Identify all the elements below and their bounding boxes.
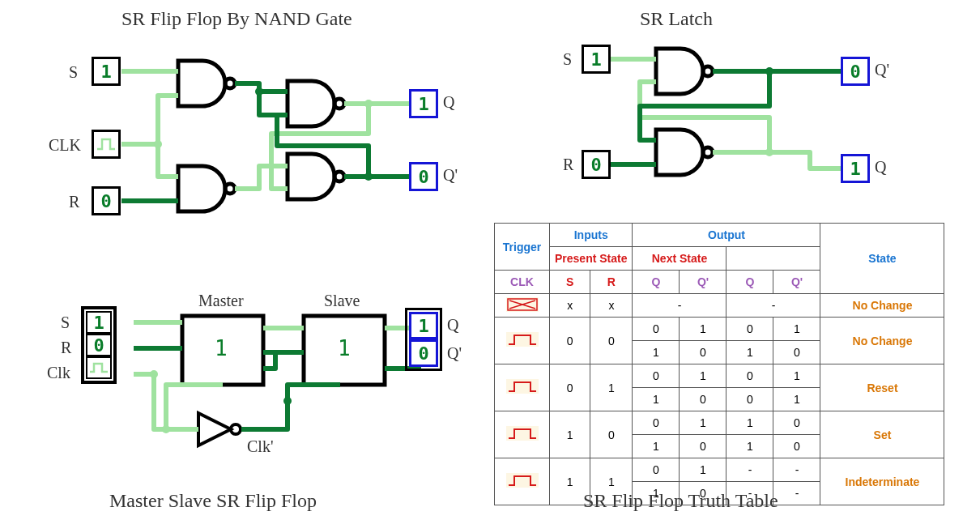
th-output: Output — [633, 224, 820, 247]
table-row: 1101--Indeterminate — [495, 458, 944, 482]
latch-input-r[interactable]: 0 — [582, 150, 611, 179]
clock-none-icon — [506, 297, 539, 312]
ms-output-qb: 0 — [409, 339, 438, 367]
th-s: S — [550, 271, 590, 294]
svg-point-7 — [364, 173, 373, 181]
nand-label-clk: CLK — [49, 136, 81, 155]
latch-label-q: Q — [875, 158, 886, 177]
latch-label-r: R — [563, 156, 573, 174]
svg-point-11 — [765, 148, 773, 156]
ms-label-s: S — [61, 313, 70, 332]
th-inputs: Inputs — [550, 224, 633, 247]
clock-pulse-icon — [506, 379, 539, 394]
truth-table: Trigger Inputs Output State Present Stat… — [494, 223, 944, 505]
ms-input-r[interactable]: 0 — [86, 334, 112, 356]
ms-label-r: R — [61, 339, 71, 357]
table-row: 000101No Change — [495, 318, 944, 341]
clock-pulse-icon — [506, 332, 539, 347]
ms-input-clk[interactable] — [86, 356, 112, 379]
svg-point-3 — [334, 172, 344, 181]
nand-output-qb: 0 — [409, 162, 438, 191]
svg-point-4 — [154, 140, 162, 148]
svg-point-10 — [765, 67, 773, 75]
th-trigger: Trigger — [495, 224, 550, 271]
latch-output-q: 1 — [841, 154, 870, 183]
svg-point-15 — [150, 370, 158, 378]
latch-output-qb: 0 — [841, 57, 870, 86]
title-nand: SR Flip Flop By NAND Gate — [121, 8, 352, 30]
table-row: 100110Set — [495, 411, 944, 435]
th-q2: Q — [726, 271, 773, 294]
latch-label-qb: Q' — [875, 61, 889, 79]
svg-point-9 — [703, 147, 713, 157]
table-row: 010101Reset — [495, 364, 944, 388]
circuit-nand — [65, 40, 462, 267]
th-clk: CLK — [495, 271, 550, 294]
ms-output-q: 1 — [409, 312, 438, 339]
nand-label-qb: Q' — [443, 166, 458, 185]
nand-label-q: Q — [443, 93, 454, 112]
th-qb1: Q' — [680, 271, 726, 294]
nand-output-q: 1 — [409, 89, 438, 118]
table-row: xx--No Change — [495, 294, 944, 318]
th-r: R — [590, 271, 633, 294]
svg-point-14 — [231, 424, 241, 434]
ms-label-q: Q — [447, 316, 458, 335]
nand-input-clk[interactable] — [92, 130, 121, 159]
svg-point-2 — [334, 99, 344, 109]
svg-point-5 — [255, 87, 263, 96]
th-present: Present State — [550, 247, 633, 271]
svg-point-0 — [225, 79, 235, 88]
ms-inputs-strip: 1 0 — [81, 306, 117, 384]
ms-label-qb: Q' — [447, 344, 462, 363]
nand-input-r[interactable]: 0 — [92, 186, 121, 215]
ms-master-label: Master — [198, 292, 244, 310]
svg-point-6 — [364, 100, 373, 108]
ms-outputs-strip: 1 0 — [405, 308, 442, 371]
svg-point-1 — [225, 184, 235, 194]
ms-master-val: 1 — [215, 336, 228, 360]
th-next: Next State — [633, 247, 726, 271]
svg-point-8 — [703, 66, 713, 76]
ms-slave-val: 1 — [338, 336, 351, 360]
th-q1: Q — [633, 271, 680, 294]
ms-input-s[interactable]: 1 — [86, 311, 112, 334]
ms-clkb-label: Clk' — [247, 437, 274, 456]
svg-point-16 — [162, 425, 170, 433]
title-latch: SR Latch — [640, 8, 713, 30]
th-state: State — [820, 224, 944, 294]
nand-label-r: R — [69, 193, 79, 211]
ms-label-clk: Clk — [47, 364, 70, 382]
clock-pulse-icon — [96, 136, 117, 152]
title-ms: Master Slave SR Flip Flop — [109, 490, 317, 512]
latch-input-s[interactable]: 1 — [582, 45, 611, 74]
nand-label-s: S — [69, 63, 78, 82]
clock-pulse-icon — [89, 360, 109, 375]
th-qb2: Q' — [773, 271, 820, 294]
clock-pulse-icon — [506, 473, 539, 488]
latch-label-s: S — [563, 50, 572, 69]
nand-input-s[interactable]: 1 — [92, 57, 121, 86]
ms-slave-label: Slave — [324, 292, 360, 310]
svg-point-17 — [283, 397, 292, 405]
clock-pulse-icon — [506, 426, 539, 441]
